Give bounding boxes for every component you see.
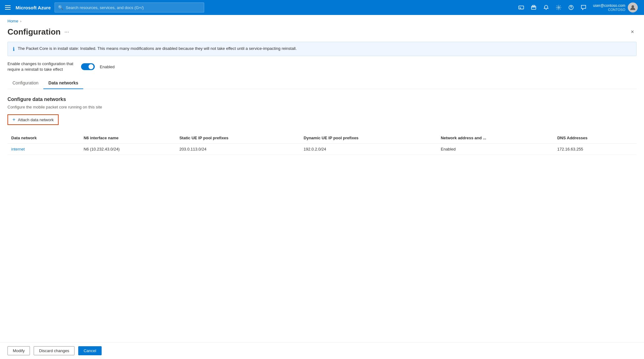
cell-dns-addresses: 172.16.63.255 <box>554 144 637 155</box>
tab-data-networks[interactable]: Data networks <box>43 77 83 89</box>
table-header: Data network N6 interface name Static UE… <box>7 132 637 144</box>
info-icon: ℹ <box>13 46 15 52</box>
cell-static-ue-pool: 203.0.113.0/24 <box>175 144 300 155</box>
close-button[interactable]: × <box>628 27 637 36</box>
tabs: Configuration Data networks <box>7 77 637 89</box>
col-dns-addresses: DNS Addresses <box>554 132 637 144</box>
user-avatar <box>628 2 638 12</box>
col-n6-interface: N6 interface name <box>80 132 175 144</box>
data-networks-section: Configure data networks Configure the mo… <box>7 97 637 155</box>
search-input[interactable] <box>66 5 201 10</box>
cloud-shell-icon[interactable] <box>516 2 527 13</box>
svg-point-6 <box>571 8 572 9</box>
page-title: Configuration <box>7 27 60 37</box>
page-header: Configuration ··· × <box>0 25 644 42</box>
svg-rect-3 <box>532 5 535 7</box>
table-body: internet N6 (10.232.43.0/24) 203.0.113.0… <box>7 144 637 155</box>
nav-icons: user@contoso.com CONTOSO <box>516 2 640 13</box>
help-icon[interactable] <box>565 2 577 13</box>
enable-changes-toggle[interactable] <box>81 63 95 70</box>
breadcrumb-separator: › <box>20 19 22 23</box>
section-title: Configure data networks <box>7 97 637 102</box>
internet-link[interactable]: internet <box>11 147 25 151</box>
cell-dynamic-ue-pool: 192.0.2.0/24 <box>300 144 437 155</box>
attach-btn-label: Attach data network <box>18 117 54 122</box>
col-network-address: Network address and ... <box>437 132 554 144</box>
search-bar[interactable]: 🔍 <box>55 2 204 12</box>
table-row: internet N6 (10.232.43.0/24) 203.0.113.0… <box>7 144 637 155</box>
svg-point-7 <box>632 5 634 8</box>
feedback-icon[interactable] <box>578 2 589 13</box>
hamburger-menu[interactable] <box>4 4 12 11</box>
directory-icon[interactable] <box>528 2 539 13</box>
section-description: Configure the mobile packet core running… <box>7 105 637 109</box>
svg-rect-0 <box>519 6 524 9</box>
toggle-state-label: Enabled <box>100 65 115 69</box>
cell-n6-interface: N6 (10.232.43.0/24) <box>80 144 175 155</box>
user-org: CONTOSO <box>593 8 625 12</box>
breadcrumb-home[interactable]: Home <box>7 19 18 23</box>
azure-logo: Microsoft Azure <box>16 5 51 10</box>
page-more-options[interactable]: ··· <box>64 29 69 35</box>
info-banner-text: The Packet Core is in install state: Ins… <box>18 46 297 51</box>
top-navigation: Microsoft Azure 🔍 user@contoso.com CONTO… <box>0 0 644 15</box>
svg-point-4 <box>558 7 560 8</box>
info-banner: ℹ The Packet Core is in install state: I… <box>7 42 637 56</box>
breadcrumb: Home › <box>0 15 644 25</box>
settings-icon[interactable] <box>553 2 564 13</box>
toggle-row: Enable changes to configuration that req… <box>7 61 637 72</box>
search-icon: 🔍 <box>58 5 63 10</box>
notifications-icon[interactable] <box>541 2 552 13</box>
attach-data-network-button[interactable]: + Attach data network <box>7 114 59 125</box>
cell-network-address: Enabled <box>437 144 554 155</box>
toggle-label: Enable changes to configuration that req… <box>7 61 76 72</box>
user-email: user@contoso.com <box>593 3 625 8</box>
user-menu[interactable]: user@contoso.com CONTOSO <box>590 2 640 12</box>
col-data-network: Data network <box>7 132 80 144</box>
data-networks-table: Data network N6 interface name Static UE… <box>7 132 637 155</box>
tab-configuration[interactable]: Configuration <box>7 77 43 89</box>
cell-data-network[interactable]: internet <box>7 144 80 155</box>
col-static-ue-pool: Static UE IP pool prefixes <box>175 132 300 144</box>
col-dynamic-ue-pool: Dynamic UE IP pool prefixes <box>300 132 437 144</box>
plus-icon: + <box>12 117 15 122</box>
